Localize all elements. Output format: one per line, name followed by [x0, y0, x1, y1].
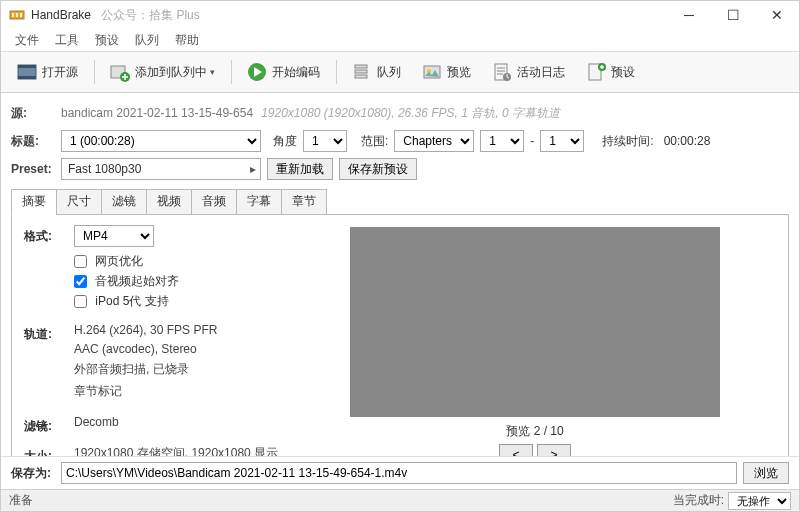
sep — [336, 60, 337, 84]
film-icon — [16, 61, 38, 83]
title-row: 标题: 1 (00:00:28) 角度 1 范围: Chapters 1 - 1… — [11, 130, 789, 152]
summary-left: 格式: MP4 网页优化 音视频起始对齐 iPod 5代 支持 轨道: H.26… — [24, 225, 294, 456]
tab-filters[interactable]: 滤镜 — [101, 189, 147, 215]
format-label: 格式: — [24, 225, 74, 313]
tab-video[interactable]: 视频 — [146, 189, 192, 215]
queue-label: 队列 — [377, 64, 401, 81]
preview-icon — [421, 61, 443, 83]
svg-rect-2 — [16, 13, 18, 17]
app-title: HandBrake — [31, 8, 91, 22]
tab-dimensions[interactable]: 尺寸 — [56, 189, 102, 215]
menu-help[interactable]: 帮助 — [167, 30, 207, 51]
track-line-2: AAC (avcodec), Stereo — [74, 342, 217, 356]
tab-strip: 摘要 尺寸 滤镜 视频 音频 字幕 章节 — [11, 189, 789, 215]
ipod-check[interactable]: iPod 5代 支持 — [74, 293, 179, 310]
open-source-label: 打开源 — [42, 64, 78, 81]
preview-label: 预览 — [447, 64, 471, 81]
source-info: 1920x1080 (1920x1080), 26.36 FPS, 1 音轨, … — [261, 105, 560, 122]
svg-rect-11 — [355, 70, 367, 73]
play-icon — [246, 61, 268, 83]
webopt-check[interactable]: 网页优化 — [74, 253, 179, 270]
save-preset-button[interactable]: 保存新预设 — [339, 158, 417, 180]
sep — [94, 60, 95, 84]
preset-select[interactable]: Fast 1080p30 — [61, 158, 261, 180]
preview-pager: < > — [497, 444, 573, 456]
whendone-select[interactable]: 无操作 — [728, 492, 791, 510]
preview-prev-button[interactable]: < — [499, 444, 533, 456]
save-row: 保存为: 浏览 — [1, 456, 799, 489]
minimize-button[interactable]: ─ — [667, 1, 711, 29]
size-label: 大小: — [24, 445, 74, 456]
presets-icon — [585, 61, 607, 83]
size-row: 大小: 1920x1080 存储空间, 1920x1080 显示 — [24, 445, 294, 456]
menu-tools[interactable]: 工具 — [47, 30, 87, 51]
range-to-select[interactable]: 1 — [540, 130, 584, 152]
svg-rect-5 — [18, 65, 36, 68]
presets-label: 预设 — [611, 64, 635, 81]
svg-rect-6 — [18, 76, 36, 79]
tab-summary[interactable]: 摘要 — [11, 189, 57, 215]
content-area: 源: bandicam 2021-02-11 13-15-49-654 1920… — [1, 93, 799, 456]
source-row: 源: bandicam 2021-02-11 13-15-49-654 1920… — [11, 102, 789, 124]
statusbar: 准备 当完成时: 无操作 — [1, 489, 799, 511]
menu-file[interactable]: 文件 — [7, 30, 47, 51]
range-type-select[interactable]: Chapters — [394, 130, 474, 152]
reload-preset-button[interactable]: 重新加载 — [267, 158, 333, 180]
svg-rect-3 — [20, 13, 22, 17]
webopt-label: 网页优化 — [95, 254, 143, 268]
sep — [231, 60, 232, 84]
activity-label: 活动日志 — [517, 64, 565, 81]
preset-row: Preset: Fast 1080p30 重新加载 保存新预设 — [11, 158, 789, 180]
save-label: 保存为: — [11, 465, 61, 482]
open-source-button[interactable]: 打开源 — [7, 56, 87, 88]
whendone-label: 当完成时: — [673, 492, 724, 509]
save-path-input[interactable] — [61, 462, 737, 484]
range-label: 范围: — [361, 133, 388, 150]
tab-audio[interactable]: 音频 — [191, 189, 237, 215]
app-window: HandBrake 公众号：拾集 Plus ─ ☐ ✕ 文件 工具 预设 队列 … — [0, 0, 800, 512]
preview-next-button[interactable]: > — [537, 444, 571, 456]
queue-button[interactable]: 队列 — [342, 56, 410, 88]
size-value: 1920x1080 存储空间, 1920x1080 显示 — [74, 445, 278, 456]
duration-value: 00:00:28 — [664, 134, 711, 148]
track-lines: H.264 (x264), 30 FPS PFR AAC (avcodec), … — [74, 323, 217, 405]
maximize-button[interactable]: ☐ — [711, 1, 755, 29]
status-ready: 准备 — [9, 492, 673, 509]
app-icon — [9, 7, 25, 23]
avsync-check[interactable]: 音视频起始对齐 — [74, 273, 179, 290]
title-select[interactable]: 1 (00:00:28) — [61, 130, 261, 152]
source-name: bandicam 2021-02-11 13-15-49-654 — [61, 106, 253, 120]
preview-counter: 预览 2 / 10 — [506, 423, 563, 440]
summary-panel: 格式: MP4 网页优化 音视频起始对齐 iPod 5代 支持 轨道: H.26… — [11, 214, 789, 456]
activity-icon — [491, 61, 513, 83]
ipod-label: iPod 5代 支持 — [95, 294, 168, 308]
angle-select[interactable]: 1 — [303, 130, 347, 152]
add-queue-icon — [109, 61, 131, 83]
add-queue-button[interactable]: 添加到队列中 — [100, 56, 224, 88]
avsync-label: 音视频起始对齐 — [95, 274, 179, 288]
duration-label: 持续时间: — [602, 133, 653, 150]
format-select[interactable]: MP4 — [74, 225, 154, 247]
tab-chapters[interactable]: 章节 — [281, 189, 327, 215]
close-button[interactable]: ✕ — [755, 1, 799, 29]
format-row: 格式: MP4 网页优化 音视频起始对齐 iPod 5代 支持 — [24, 225, 294, 313]
window-controls: ─ ☐ ✕ — [667, 1, 799, 29]
presets-button[interactable]: 预设 — [576, 56, 644, 88]
title-extra: 公众号：拾集 Plus — [101, 7, 200, 24]
range-dash: - — [530, 134, 534, 148]
activity-button[interactable]: 活动日志 — [482, 56, 574, 88]
start-encode-button[interactable]: 开始编码 — [237, 56, 329, 88]
source-label: 源: — [11, 105, 61, 122]
status-right: 当完成时: 无操作 — [673, 492, 791, 510]
menu-queue[interactable]: 队列 — [127, 30, 167, 51]
range-from-select[interactable]: 1 — [480, 130, 524, 152]
track-line-1: H.264 (x264), 30 FPS PFR — [74, 323, 217, 337]
preview-area: 预览 2 / 10 < > — [294, 225, 776, 456]
preview-button[interactable]: 预览 — [412, 56, 480, 88]
tab-subtitles[interactable]: 字幕 — [236, 189, 282, 215]
menu-presets[interactable]: 预设 — [87, 30, 127, 51]
browse-button[interactable]: 浏览 — [743, 462, 789, 484]
menubar: 文件 工具 预设 队列 帮助 — [1, 29, 799, 51]
svg-rect-1 — [12, 13, 14, 17]
tracks-row: 轨道: H.264 (x264), 30 FPS PFR AAC (avcode… — [24, 323, 294, 405]
